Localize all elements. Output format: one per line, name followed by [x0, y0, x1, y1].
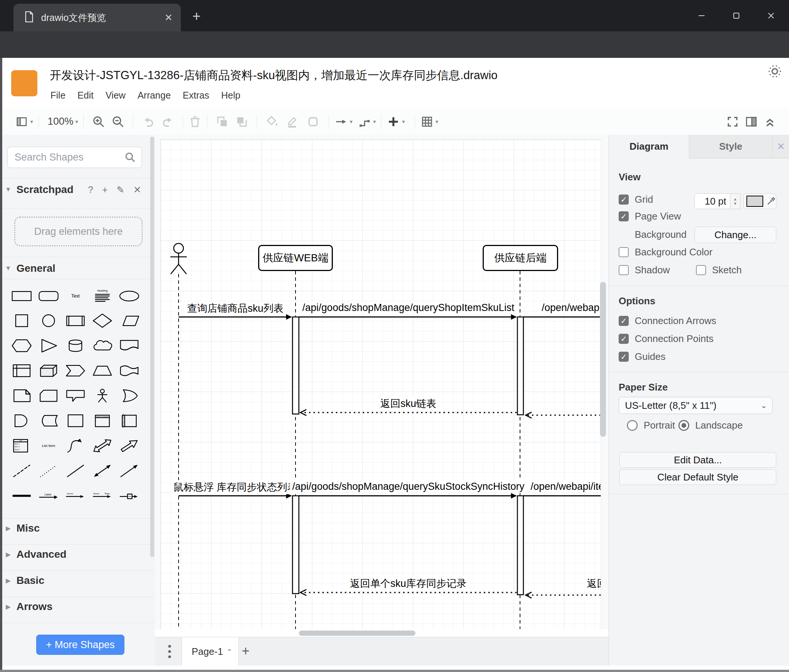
shape-data-storage[interactable]: [36, 409, 61, 432]
shape-step[interactable]: [63, 360, 88, 382]
redo-icon[interactable]: [161, 113, 174, 130]
to-back-icon[interactable]: [235, 113, 248, 130]
grid-size-input[interactable]: [695, 193, 730, 209]
pages-menu-icon[interactable]: ●●●: [167, 643, 172, 659]
shape-cloud[interactable]: [90, 334, 115, 357]
close-window-button[interactable]: [762, 7, 780, 25]
menu-view[interactable]: View: [105, 90, 126, 101]
shape-label-arrow[interactable]: Label: [36, 484, 61, 507]
shape-arrow[interactable]: [117, 435, 142, 457]
menu-extras[interactable]: Extras: [183, 90, 209, 101]
shape-rounded-rectangle[interactable]: [36, 285, 61, 307]
message-label[interactable]: 返回: [585, 576, 601, 591]
shape-directional-connector[interactable]: [117, 460, 142, 482]
grid-color-button[interactable]: [743, 193, 776, 209]
message-label[interactable]: 返回单个sku库存同步记录: [348, 576, 469, 591]
theme-toggle-icon[interactable]: [767, 63, 783, 81]
shape-list[interactable]: ListItem 1Item 2Item 3: [10, 435, 34, 457]
grid-checkbox[interactable]: [619, 194, 629, 205]
activation-web-1[interactable]: [292, 317, 299, 414]
shape-bidirectional-arrow[interactable]: [90, 435, 115, 457]
table-button[interactable]: ▾: [420, 113, 439, 130]
shape-card[interactable]: [36, 385, 61, 407]
shape-source-connector[interactable]: Source: [63, 484, 88, 507]
shape-cube[interactable]: [36, 360, 61, 382]
section-arrows[interactable]: ▶ Arrows: [0, 599, 155, 615]
activation-backend-1[interactable]: [517, 317, 523, 415]
shape-container[interactable]: [63, 409, 88, 432]
guides-checkbox[interactable]: [619, 352, 629, 362]
page-view-checkbox[interactable]: [619, 211, 629, 221]
tab-close-icon[interactable]: ✕: [165, 12, 172, 24]
paper-size-select[interactable]: US-Letter (8,5" x 11") ⌄: [619, 397, 773, 414]
shape-internal-storage[interactable]: [10, 360, 34, 382]
shape-box-connector[interactable]: [117, 484, 142, 507]
sidebar-scrollbar[interactable]: [150, 137, 154, 557]
zoom-level-button[interactable]: 100%▾: [44, 113, 78, 130]
shape-line[interactable]: [63, 460, 88, 482]
shape-hexagon[interactable]: [10, 334, 34, 357]
maximize-button[interactable]: [727, 7, 745, 25]
shape-cylinder[interactable]: [63, 334, 88, 357]
message-label[interactable]: 返回sku链表: [378, 397, 439, 411]
message-label[interactable]: /api/goods/shopManage/querySkuStockSyncH…: [290, 481, 526, 493]
browser-tab[interactable]: drawio文件预览 ✕: [13, 4, 181, 31]
message-label[interactable]: 鼠标悬浮 库存同步状态列表: [171, 480, 300, 494]
shape-source-target-connector[interactable]: SourceTarget: [90, 484, 115, 507]
shape-tape[interactable]: [117, 360, 142, 382]
participant-backend[interactable]: 供应链后端: [483, 245, 558, 271]
menu-arrange[interactable]: Arrange: [137, 90, 171, 101]
section-advanced[interactable]: ▶ Advanced: [0, 546, 155, 563]
more-shapes-button[interactable]: + More Shapes: [36, 635, 125, 655]
horizontal-scrollbar[interactable]: [299, 631, 415, 636]
tab-diagram[interactable]: Diagram: [609, 135, 689, 158]
activation-backend-2[interactable]: [517, 496, 523, 595]
line-color-icon[interactable]: [286, 113, 299, 130]
message-label[interactable]: /open/webapi/iten: [528, 481, 601, 493]
shape-document[interactable]: [117, 334, 142, 357]
section-misc[interactable]: ▶ Misc: [0, 520, 155, 537]
connection-arrows-checkbox[interactable]: [619, 316, 629, 326]
section-basic[interactable]: ▶ Basic: [0, 572, 155, 589]
shape-note[interactable]: [10, 385, 34, 407]
shape-link[interactable]: [10, 484, 34, 507]
portrait-radio[interactable]: [627, 420, 638, 431]
shape-curve[interactable]: [63, 435, 88, 457]
shape-dashed-line[interactable]: [10, 460, 34, 482]
shape-and[interactable]: [10, 409, 34, 432]
to-front-icon[interactable]: [216, 113, 229, 130]
shape-style-icon[interactable]: [306, 113, 320, 130]
message-label[interactable]: /api/goods/shopManage/queryShopItemSkuLi…: [300, 302, 516, 314]
fill-color-icon[interactable]: [265, 113, 279, 130]
shape-square[interactable]: [10, 309, 34, 332]
message-label[interactable]: 查询店铺商品sku列表: [185, 301, 286, 315]
zoom-out-icon[interactable]: [111, 113, 125, 130]
scratchpad-drop-area[interactable]: Drag elements here: [14, 217, 143, 247]
format-panel-toggle-icon[interactable]: [745, 113, 758, 130]
shape-horizontal-container[interactable]: Horizontal Container: [117, 409, 142, 432]
actor-figure[interactable]: [170, 244, 187, 274]
activation-web-2[interactable]: [292, 496, 299, 594]
shape-circle[interactable]: [36, 309, 61, 332]
page-tab[interactable]: Page-1 ⌃: [182, 637, 239, 666]
background-color-checkbox[interactable]: [619, 247, 629, 257]
delete-icon[interactable]: [188, 113, 202, 130]
tab-style[interactable]: Style: [689, 135, 772, 158]
scratchpad-help-icon[interactable]: ?: [88, 185, 93, 195]
shape-callout[interactable]: [63, 385, 88, 407]
panel-close-icon[interactable]: ✕: [772, 135, 789, 158]
shape-dotted-line[interactable]: [36, 460, 61, 482]
shape-vertical-container[interactable]: Vertical Container: [90, 409, 115, 432]
connection-arrow-button[interactable]: ▾: [334, 113, 353, 130]
clear-default-style-button[interactable]: Clear Default Style: [620, 469, 776, 485]
shape-list-item[interactable]: List Item: [36, 435, 61, 457]
vertical-scrollbar[interactable]: [600, 282, 606, 437]
sketch-checkbox[interactable]: [696, 265, 706, 275]
waypoints-button[interactable]: ▾: [358, 113, 376, 130]
diagram-canvas[interactable]: 供应链WEB端 供应链后端 查询店铺商品sku列表 /api/goods/sho…: [155, 135, 609, 637]
view-panels-button[interactable]: ▾: [15, 113, 33, 130]
shape-ellipse[interactable]: [117, 285, 142, 307]
change-background-button[interactable]: Change...: [695, 227, 776, 243]
shape-trapezoid[interactable]: [90, 360, 115, 382]
scratchpad-close-icon[interactable]: ✕: [133, 185, 141, 195]
